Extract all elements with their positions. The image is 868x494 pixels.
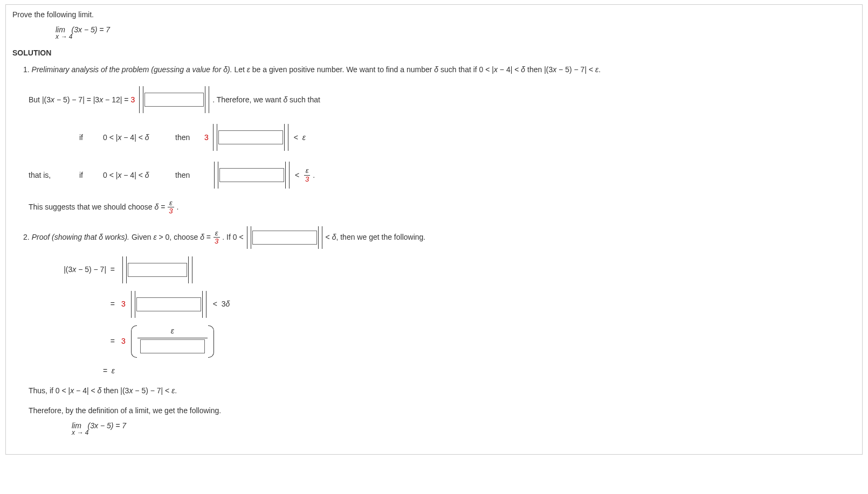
abs-bar-right-6 <box>202 291 206 318</box>
frac-num-b: ε <box>168 199 174 207</box>
abs-bar-right-3 <box>285 162 290 189</box>
lt-eps: < ε <box>292 132 306 143</box>
answer-input-5[interactable] <box>128 263 187 277</box>
frac-den: 3 <box>304 176 311 183</box>
step-1-but-row: But |(3x − 5) − 7| = |3x − 12| = 3 . The… <box>29 86 856 113</box>
thus-line: Thus, if 0 < |x − 4| < δ then |(3x − 5) … <box>29 385 856 396</box>
frac-num-c: ε <box>213 229 220 238</box>
eq-2: = <box>29 298 118 310</box>
coef-3-c: 3 <box>121 298 126 310</box>
proof-chain: |(3x − 5) − 7| = = 3 < 3δ = 3 <box>29 256 856 377</box>
coef-3-b: 3 <box>204 132 209 143</box>
then-label-2: then <box>175 170 202 181</box>
abs-bar-left-6 <box>131 291 135 318</box>
eps-over-3-c: ε 3 <box>213 229 220 246</box>
if-label-2: if <box>79 170 101 181</box>
proof-row-3: = 3 ε <box>29 325 856 358</box>
eps-over-3-b: ε 3 <box>167 199 174 215</box>
abs-bar-right-5 <box>188 256 192 283</box>
step-2-text-c: < δ, then we get the following. <box>326 232 426 243</box>
step-2: 2. Proof (showing that δ works). Given ε… <box>23 226 856 249</box>
step-1-text-a: Let ε be a given positive number. We wan… <box>234 65 601 74</box>
proof-row-4: = ε <box>29 365 856 377</box>
abs-input-6 <box>130 291 208 318</box>
frac-num: ε <box>304 167 311 175</box>
after-abs-text: . Therefore, we want δ such that <box>212 94 320 106</box>
therefore-line: Therefore, by the definition of a limit,… <box>29 405 856 416</box>
frac-eps-over-input: ε <box>137 325 208 358</box>
eq-3: = <box>29 336 118 347</box>
step-1-if-row-2: that is, if 0 < |x − 4| < δ then < ε 3 . <box>29 162 856 189</box>
abs-bar-right-2 <box>284 124 288 151</box>
abs-bar-left-3 <box>214 162 218 189</box>
paren-right <box>208 325 215 358</box>
abs-input-5 <box>121 256 194 283</box>
frac-den-b: 3 <box>167 207 174 215</box>
abs-bar-right-4 <box>318 226 322 249</box>
step-1-heading: Preliminary analysis of the problem (gue… <box>32 65 232 74</box>
frac-bot-input <box>140 338 205 353</box>
abs-input-4 <box>246 226 323 249</box>
abs-bar-right <box>205 86 209 113</box>
frac-top-eps: ε <box>171 325 174 338</box>
limit-statement-final: lim (3x − 5) = 7 x → 4 <box>72 422 856 436</box>
frac-den-c: 3 <box>213 238 220 245</box>
step-2-text-b: . If 0 < <box>222 232 243 243</box>
answer-input-1[interactable] <box>144 93 204 107</box>
coef-3-a: 3 <box>130 94 135 106</box>
limit-expression: lim (3x − 5) = 7 <box>56 26 856 33</box>
abs-bar-left-2 <box>213 124 217 151</box>
abs-bar-left <box>139 86 143 113</box>
lhs: |(3x − 5) − 7| = <box>29 264 118 275</box>
paren-left <box>130 325 137 358</box>
step-2-label: 2. <box>23 232 30 243</box>
step-1-suggest: This suggests that we should choose δ = … <box>29 199 856 215</box>
proof-row-1: |(3x − 5) − 7| = <box>29 256 856 283</box>
cond-1: 0 < |x − 4| < δ <box>103 132 173 143</box>
period-1: . <box>313 170 315 181</box>
coef-3-d: 3 <box>121 336 126 347</box>
answer-input-6[interactable] <box>136 297 201 311</box>
abs-input-3 <box>213 162 291 189</box>
period-2: . <box>177 201 179 213</box>
step-2-heading: Proof (showing that δ works). <box>32 232 129 243</box>
answer-input-2[interactable] <box>218 130 283 144</box>
paren-frac: ε <box>130 325 215 358</box>
that-is-label: that is, <box>29 170 77 181</box>
answer-input-7[interactable] <box>140 339 205 353</box>
then-label-1: then <box>175 132 202 143</box>
limit-expression-final: lim (3x − 5) = 7 <box>72 422 856 429</box>
answer-input-4[interactable] <box>252 231 317 245</box>
limit-statement: lim (3x − 5) = 7 x → 4 <box>56 26 856 40</box>
lt-label: < <box>293 170 301 181</box>
abs-bar-left-5 <box>122 256 127 283</box>
limit-approach-final: x → 4 <box>72 429 856 436</box>
abs-input-2 <box>212 124 290 151</box>
step-2-text-a: Given ε > 0, choose δ = <box>132 232 211 243</box>
eq-4: = ε <box>29 365 115 377</box>
limit-approach: x → 4 <box>56 33 856 40</box>
step-1: 1. Preliminary analysis of the problem (… <box>23 64 856 75</box>
step-1-if-row-1: if 0 < |x − 4| < δ then 3 < ε <box>29 124 856 151</box>
abs-bar-left-4 <box>247 226 251 249</box>
proof-row-2: = 3 < 3δ <box>29 291 856 318</box>
if-label-1: if <box>79 132 101 143</box>
abs-input-1 <box>138 86 210 113</box>
lt-3delta: < 3δ <box>211 298 230 310</box>
but-text: But |(3x − 5) − 7| = |3x − 12| = <box>29 94 128 106</box>
problem-container: Prove the following limit. lim (3x − 5) … <box>5 4 863 455</box>
cond-2: 0 < |x − 4| < δ <box>103 170 173 181</box>
eps-over-3-a: ε 3 <box>304 167 311 183</box>
problem-prompt: Prove the following limit. <box>12 9 856 20</box>
solution-heading: SOLUTION <box>12 47 856 59</box>
answer-input-3[interactable] <box>219 168 284 182</box>
step-1-label: 1. <box>23 65 32 74</box>
suggest-text: This suggests that we should choose δ = <box>29 201 165 213</box>
